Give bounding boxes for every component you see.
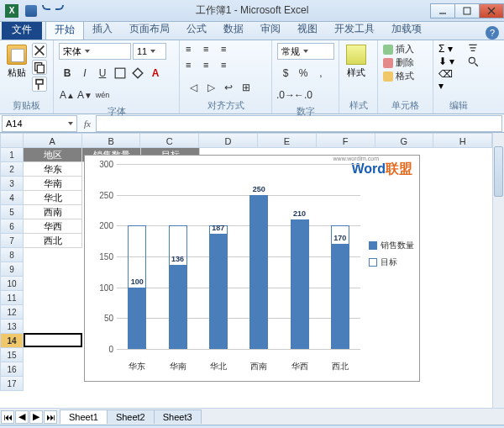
row-header-2[interactable]: 2 xyxy=(0,162,24,177)
cell-A1[interactable]: 地区 xyxy=(24,148,82,162)
font-color-button[interactable]: A xyxy=(147,65,164,82)
row-header-14[interactable]: 14 xyxy=(0,334,24,348)
align-center-button[interactable]: ≡ xyxy=(202,59,219,74)
wrap-text-button[interactable]: ↩ xyxy=(220,79,237,96)
col-header-D[interactable]: D xyxy=(199,133,258,148)
ribbon-tab-6[interactable]: 视图 xyxy=(289,19,326,40)
ribbon-tab-1[interactable]: 插入 xyxy=(84,19,121,40)
help-icon[interactable]: ? xyxy=(486,26,499,40)
styles-button[interactable]: 样式 xyxy=(344,43,368,81)
sheet-tab-0[interactable]: Sheet1 xyxy=(60,410,108,424)
cell-A4[interactable]: 华北 xyxy=(24,191,82,205)
save-icon[interactable] xyxy=(25,5,37,17)
col-header-G[interactable]: G xyxy=(375,133,434,148)
row-header-16[interactable]: 16 xyxy=(0,362,24,377)
underline-button[interactable]: U xyxy=(94,65,111,82)
sheet-tab-1[interactable]: Sheet2 xyxy=(107,410,155,424)
decrease-indent-button[interactable]: ◁ xyxy=(185,79,202,96)
col-header-H[interactable]: H xyxy=(433,133,492,148)
sheet-nav-first[interactable]: ⏮ xyxy=(1,410,14,424)
cell-A6[interactable]: 华西 xyxy=(24,219,82,234)
align-right-button[interactable]: ≡ xyxy=(220,59,237,74)
sheet-nav-last[interactable]: ⏭ xyxy=(44,410,57,424)
sheet-nav-next[interactable]: ▶ xyxy=(29,410,43,424)
select-all-corner[interactable] xyxy=(0,133,24,148)
align-bottom-button[interactable]: ≡ xyxy=(220,43,237,58)
row-header-17[interactable]: 17 xyxy=(0,377,24,391)
row-header-5[interactable]: 5 xyxy=(0,205,24,219)
ribbon-tab-4[interactable]: 数据 xyxy=(215,19,252,40)
ribbon-tab-8[interactable]: 加载项 xyxy=(383,19,430,40)
cell-A2[interactable]: 华东 xyxy=(24,162,82,177)
row-header-9[interactable]: 9 xyxy=(0,262,24,277)
comma-button[interactable]: , xyxy=(312,65,329,82)
fill-color-button[interactable] xyxy=(129,65,146,82)
file-tab[interactable]: 文件 xyxy=(2,20,42,40)
cut-button[interactable] xyxy=(32,43,47,58)
worksheet-grid[interactable]: ABCDEFGH 1234567891011121314151617 地区销售数… xyxy=(0,133,504,408)
col-header-C[interactable]: C xyxy=(140,133,199,148)
row-header-4[interactable]: 4 xyxy=(0,191,24,205)
fill-button[interactable]: ⬇ ▾ xyxy=(438,55,460,67)
redo-icon[interactable] xyxy=(55,5,64,10)
sheet-nav-prev[interactable]: ◀ xyxy=(15,410,29,424)
copy-button[interactable] xyxy=(32,60,47,75)
row-header-13[interactable]: 13 xyxy=(0,320,24,334)
increase-font-button[interactable]: A▲ xyxy=(59,87,76,103)
font-name-combo[interactable]: 宋体 xyxy=(59,43,131,60)
align-left-button[interactable]: ≡ xyxy=(185,59,202,74)
phonetic-button[interactable]: wén xyxy=(94,87,111,103)
row-header-12[interactable]: 12 xyxy=(0,305,24,320)
fx-icon[interactable]: fx xyxy=(84,119,91,129)
currency-button[interactable]: $ xyxy=(277,65,294,82)
col-header-A[interactable]: A xyxy=(24,133,82,148)
autosum-button[interactable]: Σ ▾ xyxy=(438,43,460,55)
row-header-1[interactable]: 1 xyxy=(0,148,24,162)
row-header-11[interactable]: 11 xyxy=(0,291,24,305)
border-button[interactable] xyxy=(112,65,129,82)
col-header-B[interactable]: B xyxy=(82,133,141,148)
ribbon-tab-7[interactable]: 开发工具 xyxy=(326,19,383,40)
row-header-6[interactable]: 6 xyxy=(0,219,24,234)
merge-button[interactable]: ⊞ xyxy=(238,79,255,96)
format-painter-button[interactable] xyxy=(32,77,47,92)
increase-decimal-button[interactable]: .0→ xyxy=(277,87,294,103)
decrease-font-button[interactable]: A▼ xyxy=(76,87,93,103)
ribbon-tab-3[interactable]: 公式 xyxy=(178,19,215,40)
horizontal-scrollbar[interactable] xyxy=(208,411,492,423)
col-header-E[interactable]: E xyxy=(258,133,317,148)
format-button[interactable]: 格式 xyxy=(383,70,414,82)
ribbon-tab-0[interactable]: 开始 xyxy=(45,19,84,40)
sheet-tab-2[interactable]: Sheet3 xyxy=(154,410,202,424)
vertical-scrollbar[interactable] xyxy=(492,133,504,408)
delete-button[interactable]: 删除 xyxy=(383,56,414,69)
cell-A3[interactable]: 华南 xyxy=(24,177,82,191)
embedded-chart[interactable]: www.wordlm.com Word联盟 050100150200250300… xyxy=(84,155,420,382)
paste-button[interactable]: 粘贴 xyxy=(5,43,29,81)
align-middle-button[interactable]: ≡ xyxy=(202,43,219,58)
col-header-F[interactable]: F xyxy=(317,133,375,148)
minimize-button[interactable] xyxy=(430,3,455,18)
cell-A5[interactable]: 西南 xyxy=(24,205,82,219)
italic-button[interactable]: I xyxy=(76,65,93,82)
close-button[interactable] xyxy=(479,3,504,18)
clear-button[interactable]: ⌫ ▾ xyxy=(438,68,460,92)
increase-indent-button[interactable]: ▷ xyxy=(202,79,219,96)
row-header-7[interactable]: 7 xyxy=(0,234,24,248)
find-button[interactable] xyxy=(467,55,479,67)
row-header-8[interactable]: 8 xyxy=(0,248,24,262)
bold-button[interactable]: B xyxy=(59,65,76,82)
number-format-combo[interactable]: 常规 xyxy=(277,43,334,60)
row-header-15[interactable]: 15 xyxy=(0,348,24,362)
percent-button[interactable]: % xyxy=(295,65,312,82)
font-size-combo[interactable]: 11 xyxy=(133,43,166,60)
align-top-button[interactable]: ≡ xyxy=(185,43,202,58)
maximize-button[interactable] xyxy=(454,3,480,18)
ribbon-tab-2[interactable]: 页面布局 xyxy=(121,19,178,40)
scrollbar-thumb[interactable] xyxy=(494,146,503,197)
decrease-decimal-button[interactable]: ←.0 xyxy=(295,87,312,103)
sort-filter-button[interactable] xyxy=(467,43,479,55)
undo-icon[interactable] xyxy=(42,5,50,10)
insert-button[interactable]: 插入 xyxy=(383,43,414,55)
ribbon-tab-5[interactable]: 审阅 xyxy=(252,19,289,40)
